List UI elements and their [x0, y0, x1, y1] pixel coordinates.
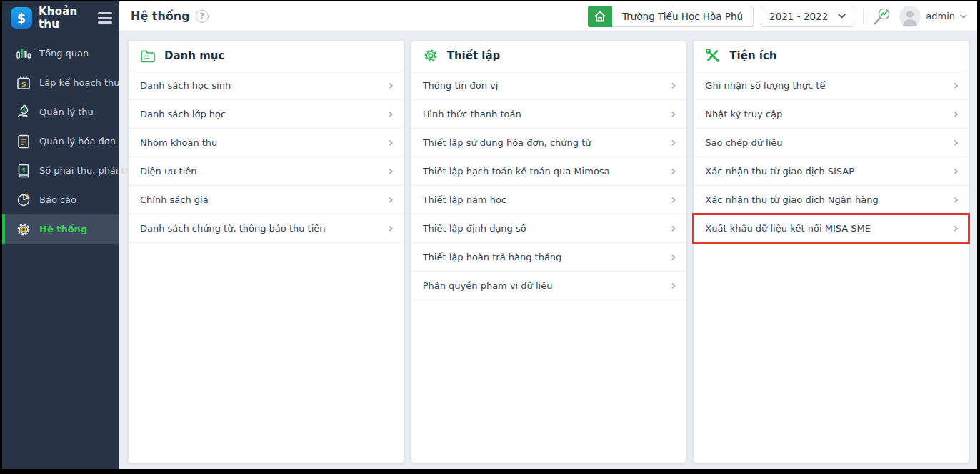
page-title: Hệ thống	[131, 9, 190, 23]
list-item-label: Xuất khẩu dữ liệu kết nối MISA SME	[705, 223, 871, 234]
main-area: Hệ thống ? Trường Tiểu Học Hòa Phú 2021 …	[119, 1, 977, 469]
list-item[interactable]: Diện ưu tiên ›	[129, 157, 404, 186]
list-item-label: Diện ưu tiên	[140, 166, 197, 177]
list-item-label: Xác nhận thu từ giao dịch SISAP	[705, 166, 854, 177]
bar-chart-icon	[14, 44, 33, 63]
svg-text:$: $	[21, 80, 26, 88]
chevron-right-icon: ›	[954, 222, 959, 234]
list-item-label: Nhóm khoản thu	[140, 137, 217, 148]
sidebar-item-tong-quan[interactable]: Tổng quan	[2, 39, 119, 68]
sidebar-item-he-thong[interactable]: Hệ thống	[2, 214, 119, 244]
card-header: Thiết lập	[411, 41, 686, 71]
list-item[interactable]: Thông tin đơn vị ›	[411, 71, 686, 100]
divider	[863, 9, 864, 24]
chevron-right-icon: ›	[388, 79, 393, 92]
invoice-icon	[14, 132, 33, 151]
list-item[interactable]: Danh sách học sinh ›	[129, 71, 404, 100]
list-item[interactable]: Thiết lập hạch toán kế toán qua Mimosa ›	[411, 157, 686, 186]
list-item-label: Nhật ký truy cập	[705, 109, 782, 119]
list-item-highlighted[interactable]: Xuất khẩu dữ liệu kết nối MISA SME ›	[694, 214, 969, 243]
list-item[interactable]: Thiết lập hoàn trả hàng tháng ›	[411, 243, 686, 272]
folder-icon	[140, 49, 156, 63]
chevron-down-icon	[838, 14, 846, 19]
card-title: Tiện ích	[729, 49, 776, 62]
chevron-right-icon: ›	[388, 136, 393, 149]
list-item[interactable]: Phân quyền phạm vi dữ liệu ›	[411, 272, 686, 300]
list-item-label: Phân quyền phạm vi dữ liệu	[423, 280, 553, 291]
chevron-right-icon: ›	[671, 250, 676, 263]
user-menu[interactable]: admin	[899, 6, 967, 27]
chevron-right-icon: ›	[388, 107, 393, 120]
list-item[interactable]: Danh sách chứng từ, thông báo thu tiền ›	[129, 214, 404, 243]
chevron-right-icon: ›	[671, 136, 676, 149]
chevron-down-icon	[960, 14, 967, 19]
chevron-right-icon: ›	[954, 107, 959, 120]
list-item[interactable]: Hình thức thanh toán ›	[411, 100, 686, 129]
sidebar-item-so-phai-thu-phai-tra[interactable]: $ Sổ phải thu, phải trả	[2, 156, 119, 185]
chevron-right-icon: ›	[954, 193, 959, 206]
chevron-right-icon: ›	[388, 222, 393, 234]
list-item[interactable]: Xác nhận thu từ giao dịch Ngân hàng ›	[694, 186, 969, 214]
list-item-label: Sao chép dữ liệu	[705, 137, 782, 148]
list-item-label: Hình thức thanh toán	[423, 109, 521, 119]
chevron-right-icon: ›	[671, 193, 676, 206]
search-insight-icon[interactable]	[872, 6, 892, 26]
chevron-right-icon: ›	[954, 164, 959, 177]
list-item[interactable]: Xác nhận thu từ giao dịch SISAP ›	[694, 157, 969, 186]
list-item[interactable]: Thiết lập năm học ›	[411, 186, 686, 214]
ledger-icon: $	[14, 162, 33, 180]
list-item-label: Thiết lập hạch toán kế toán qua Mimosa	[423, 166, 610, 177]
sidebar-item-bao-cao[interactable]: Báo cáo	[2, 185, 119, 214]
list-item[interactable]: Chính sách giá ›	[129, 186, 404, 214]
list-item[interactable]: Thiết lập sử dụng hóa đơn, chứng từ ›	[411, 129, 686, 157]
calendar-dollar-icon: $	[14, 74, 33, 92]
card-tien-ich: Tiện ích Ghi nhận số lượng thực tế › Nhậ…	[694, 41, 969, 463]
hand-money-icon: $	[14, 103, 33, 122]
list-item-label: Danh sách học sinh	[140, 80, 231, 91]
list-item-label: Chính sách giá	[140, 194, 209, 205]
chevron-right-icon: ›	[671, 79, 676, 92]
list-item-label: Thiết lập sử dụng hóa đơn, chứng từ	[423, 137, 591, 148]
svg-text:$: $	[21, 166, 26, 173]
sidebar-item-quan-ly-thu[interactable]: $ Quản lý thu	[2, 97, 119, 127]
username: admin	[926, 11, 955, 21]
card-thiet-lap: Thiết lập Thông tin đơn vị › Hình thức t…	[411, 41, 686, 463]
sidebar-nav: Tổng quan $ Lập kế hoạch thu	[2, 39, 119, 244]
school-year-dropdown[interactable]: 2021 - 2022	[761, 6, 854, 27]
list-item[interactable]: Nhật ký truy cập ›	[694, 100, 969, 129]
sidebar-logo-row: $ Khoản thu	[2, 1, 119, 34]
tools-icon	[705, 48, 721, 64]
chevron-right-icon: ›	[671, 222, 676, 234]
pie-chart-icon	[14, 191, 33, 209]
chevron-right-icon: ›	[954, 79, 959, 92]
list-item-label: Danh sách lớp học	[140, 109, 226, 119]
school-selector[interactable]: Trường Tiểu Học Hòa Phú	[588, 6, 754, 27]
chevron-right-icon: ›	[671, 107, 676, 120]
list-item-label: Danh sách chứng từ, thông báo thu tiền	[140, 223, 326, 234]
sidebar-item-quan-ly-hoa-don[interactable]: Quản lý hóa đơn	[2, 127, 119, 156]
help-icon[interactable]: ?	[196, 10, 209, 23]
sidebar-item-label: Lập kế hoạch thu	[39, 77, 120, 88]
avatar	[899, 6, 921, 27]
chevron-right-icon: ›	[671, 279, 676, 292]
list-item[interactable]: Danh sách lớp học ›	[129, 100, 404, 129]
card-header: Tiện ích	[694, 41, 969, 71]
chevron-right-icon: ›	[388, 193, 393, 206]
sidebar-item-label: Quản lý thu	[39, 107, 94, 117]
gear-icon	[423, 48, 439, 64]
topbar: Hệ thống ? Trường Tiểu Học Hòa Phú 2021 …	[119, 1, 977, 31]
svg-text:$: $	[22, 107, 26, 114]
chevron-right-icon: ›	[954, 136, 959, 149]
chevron-right-icon: ›	[671, 164, 676, 177]
sidebar-item-lap-ke-hoach-thu[interactable]: $ Lập kế hoạch thu	[2, 68, 119, 97]
hamburger-menu-icon[interactable]	[98, 11, 112, 25]
list-item-label: Thông tin đơn vị	[423, 80, 499, 91]
content: Danh mục Danh sách học sinh › Danh sách …	[119, 31, 977, 469]
home-icon	[588, 6, 612, 27]
list-item[interactable]: Thiết lập định dạng số ›	[411, 214, 686, 243]
list-item-label: Ghi nhận số lượng thực tế	[705, 80, 825, 91]
list-item[interactable]: Nhóm khoản thu ›	[129, 129, 404, 157]
list-item[interactable]: Sao chép dữ liệu ›	[694, 129, 969, 157]
list-item[interactable]: Ghi nhận số lượng thực tế ›	[694, 71, 969, 100]
app-window: $ Khoản thu Tổng quan	[2, 1, 977, 469]
